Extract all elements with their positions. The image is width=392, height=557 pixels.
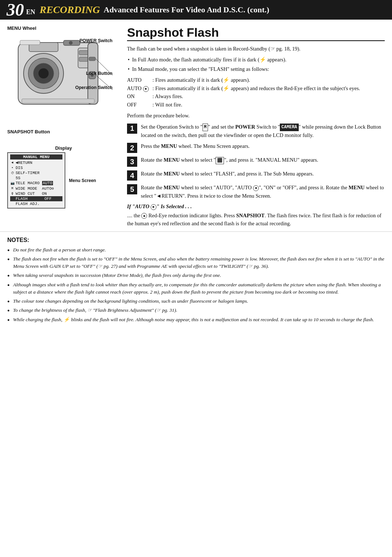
steps-container: 1 Set the Operation Switch to "M" and se… <box>127 123 385 200</box>
note-1: Do not fire the flash at a person at sho… <box>7 246 385 254</box>
svg-point-4 <box>38 68 49 78</box>
display-label: Display <box>7 145 120 151</box>
menu-item-wind: 🎙 WIND CUT ON <box>10 191 62 196</box>
snapshot-button-label: SNAPSHOT Button <box>7 129 120 134</box>
note-2: The flash does not fire when the flash i… <box>7 255 385 270</box>
svg-point-11 <box>69 41 73 45</box>
page-header: 30 EN RECORDING Advanced Features For Vi… <box>0 0 392 20</box>
display-area: Display MANUAL MENU ◄ ◄RETURN ▪ DIS ⏱ SE… <box>7 145 120 209</box>
target-icon-4 <box>141 213 147 219</box>
svg-rect-8 <box>79 57 88 61</box>
menu-item-return: ◄ ◄RETURN <box>10 160 62 165</box>
wind-icon: 🎙 <box>10 191 15 196</box>
notes-title: NOTES: <box>7 237 385 243</box>
menu-item-5s: 5S <box>10 175 62 181</box>
selftimer-icon: ⏱ <box>10 171 15 175</box>
step-1: 1 Set the Operation Switch to "M" and se… <box>127 123 385 139</box>
camera-svg <box>7 32 113 126</box>
menu-screen-label: Menu Screen <box>69 178 96 183</box>
left-column: MENU Wheel <box>7 25 120 228</box>
en-label: EN <box>26 8 35 16</box>
bullet-2: In Manual mode, you can select the "FLAS… <box>127 65 385 73</box>
if-auto-text: .... the Red-Eye reduction indicator lig… <box>127 211 385 228</box>
note-5: The colour tone changes depending on the… <box>7 298 385 305</box>
header-subtitle: Advanced Features For Video And D.S.C. (… <box>104 5 269 15</box>
intro-text: The flash can be used when a snapshot is… <box>127 45 385 53</box>
operation-switch-label: Operation Switch <box>75 85 113 90</box>
recording-label: RECORDING <box>40 4 100 16</box>
step-5-number: 5 <box>127 184 137 194</box>
camera-label: CAMERA <box>280 124 298 131</box>
m-icon: M <box>203 124 208 131</box>
step-4-text: Rotate the MENU wheel to select "FLASH",… <box>141 170 385 178</box>
right-column: Snapshot Flash The flash can be used whe… <box>127 25 385 228</box>
dis-icon: ▪ <box>10 166 15 170</box>
svg-rect-13 <box>89 57 95 61</box>
camera-diagram: POWER Switch Lock Button Operation Switc… <box>7 32 113 126</box>
page-number: 30 <box>7 1 24 19</box>
flash-option-auto-target: AUTO : Fires automatically if it is dark… <box>127 84 385 92</box>
step-1-text: Set the Operation Switch to "M" and set … <box>141 123 385 139</box>
bullet-1: In Full Auto mode, the flash automatical… <box>127 56 385 64</box>
5s-icon <box>10 176 15 180</box>
flash-option-auto: AUTO : Fires automatically if it is dark… <box>127 76 385 84</box>
if-auto-title: If "AUTO " Is Selected . . . <box>127 203 385 210</box>
step-5: 5 Rotate the MENU wheel to select "AUTO"… <box>127 183 385 200</box>
target-icon <box>143 86 149 92</box>
flash-adj-icon <box>10 202 15 206</box>
main-content: MENU Wheel <box>0 20 392 231</box>
menu-item-flash: FLASH OFF <box>10 196 62 201</box>
note-4: Although images shot with a flash tend t… <box>7 281 385 296</box>
notes-section: NOTES: Do not fire the flash at a person… <box>0 231 392 330</box>
note-6: To change the brightness of the flash, ☞… <box>7 307 385 314</box>
step-5-text: Rotate the MENU wheel to select "AUTO", … <box>141 183 385 200</box>
lock-button-label: Lock Button <box>86 71 113 76</box>
flash-option-off: OFF : Will not fire. <box>127 101 385 109</box>
svg-rect-7 <box>79 51 88 55</box>
perform-text: Perform the procedure below. <box>127 112 385 120</box>
step-2-number: 2 <box>127 143 137 153</box>
note-3: When taking several snapshots in success… <box>7 272 385 279</box>
display-container: MANUAL MENU ◄ ◄RETURN ▪ DIS ⏱ SELF–TIMER <box>7 152 120 209</box>
menu-item-wide: M WIDE MODE AUTO⊙ <box>10 186 62 191</box>
step-2: 2 Press the MENU wheel. The Menu Screen … <box>127 142 385 153</box>
bullet-list: In Full Auto mode, the flash automatical… <box>127 56 385 73</box>
if-auto-section: If "AUTO " Is Selected . . . .... the Re… <box>127 203 385 228</box>
target-icon-2 <box>253 185 259 191</box>
wide-icon: M <box>10 186 15 191</box>
tele-icon: 📷 <box>10 181 15 185</box>
notes-list: Do not fire the flash at a person at sho… <box>7 246 385 323</box>
flash-option-on: ON : Always fires. <box>127 92 385 100</box>
menu-item-tele: 📷 TELE MACRO AUTO <box>10 181 62 186</box>
step-3-number: 3 <box>127 157 137 167</box>
step-4-number: 4 <box>127 170 137 181</box>
menu-item-selftimer: ⏱ SELF–TIMER <box>10 170 62 175</box>
step-3-text: Rotate the MENU wheel to select "⬛", and… <box>141 156 385 164</box>
step-4: 4 Rotate the MENU wheel to select "FLASH… <box>127 170 385 181</box>
menu-item-dis: ▪ DIS <box>10 165 62 170</box>
note-7: While charging the flash, ⚡ blinks and t… <box>7 316 385 323</box>
menu-screen-title: MANUAL MENU <box>10 154 62 160</box>
svg-rect-12 <box>20 40 40 45</box>
step-2-text: Press the MENU wheel. The Menu Screen ap… <box>141 142 385 150</box>
target-icon-3 <box>151 204 156 210</box>
flash-options: AUTO : Fires automatically if it is dark… <box>127 76 385 109</box>
menu-wheel-label: MENU Wheel <box>7 25 120 31</box>
power-switch-label: POWER Switch <box>79 38 113 43</box>
step-1-number: 1 <box>127 124 137 134</box>
step-3: 3 Rotate the MENU wheel to select "⬛", a… <box>127 156 385 167</box>
menu-item-flash-adj: FLASH ADJ. <box>10 201 62 206</box>
menu-screen-box: MANUAL MENU ◄ ◄RETURN ▪ DIS ⏱ SELF–TIMER <box>7 152 65 209</box>
flash-icon <box>10 197 15 201</box>
svg-rect-16 <box>22 99 94 103</box>
manual-menu-icon: ⬛ <box>216 157 224 165</box>
return-icon: ◄ <box>10 161 15 165</box>
section-title: Snapshot Flash <box>127 25 385 41</box>
